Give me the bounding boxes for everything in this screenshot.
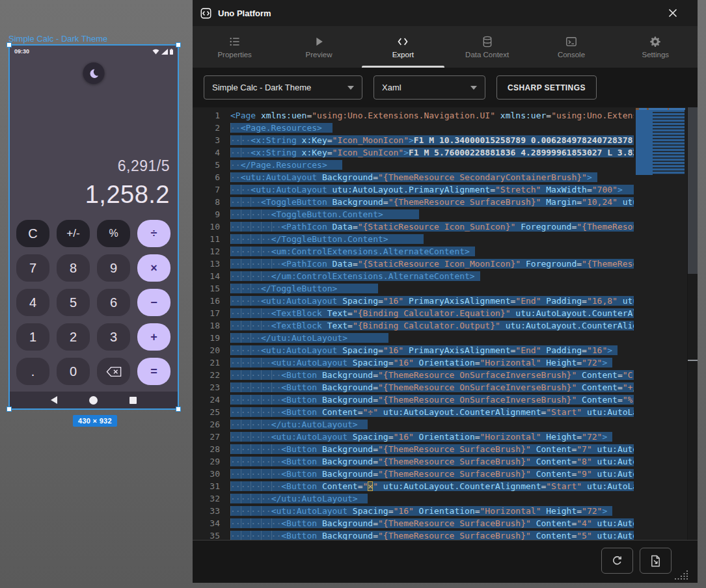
code-line[interactable]: 2··<Page.Resources> (193, 122, 634, 134)
csharp-settings-button[interactable]: CSHARP SETTINGS (496, 75, 597, 100)
code-line[interactable]: 17········<TextBlock Text="{Binding Calc… (193, 307, 634, 319)
tab-preview[interactable]: Preview (277, 26, 360, 68)
tab-export[interactable]: Export (361, 26, 445, 68)
code-line[interactable]: 1<Page xmlns:uen="using:Uno.Extensions.N… (193, 109, 634, 122)
tab-data-context[interactable]: Data Context (445, 26, 529, 68)
file-export-icon (649, 555, 662, 567)
minimap[interactable] (634, 107, 687, 540)
export-file-button[interactable] (640, 548, 672, 574)
calc-key-C[interactable]: C (16, 220, 49, 247)
refresh-button[interactable] (601, 548, 633, 574)
code-line[interactable]: 8······<ToggleButton Background="{ThemeR… (193, 196, 634, 208)
code-line[interactable]: 3····<x:String x:Key="Icon_MoonIcon">F1 … (193, 134, 634, 146)
code-line[interactable]: 12········<um:ControlExtensions.Alternat… (193, 245, 634, 258)
calc-key-backspace[interactable] (97, 358, 130, 385)
code-line[interactable]: 32········</utu:AutoLayout> (193, 492, 634, 505)
line-number: 35 (193, 529, 220, 540)
code-line[interactable]: 19······</utu:AutoLayout> (193, 332, 634, 344)
code-line[interactable]: 4····<x:String x:Key="Icon_SunIcon">F1 M… (193, 146, 634, 159)
window-resize-grip[interactable] (674, 570, 688, 581)
status-bar: 09:30 (10, 46, 178, 57)
code-line[interactable]: 7····<utu:AutoLayout utu:AutoLayout.Prim… (193, 183, 634, 196)
calc-key-+[interactable]: + (137, 323, 170, 351)
calc-key-8[interactable]: 8 (57, 254, 90, 282)
line-number: 2 (193, 122, 220, 134)
line-number: 1 (193, 109, 220, 122)
code-line[interactable]: 5··</Page.Resources> (193, 159, 634, 171)
line-number: 34 (193, 517, 220, 529)
code-line[interactable]: 16······<utu:AutoLayout Spacing="16" Pri… (193, 295, 634, 307)
calc-key-%[interactable]: % (97, 220, 130, 247)
format-select[interactable]: Xaml (373, 75, 485, 100)
line-number: 4 (193, 146, 220, 159)
calc-key-.[interactable]: . (16, 358, 49, 385)
format-select-value: Xaml (382, 83, 401, 92)
selection-handle-bottom-left[interactable] (7, 407, 12, 412)
calc-key-4[interactable]: 4 (16, 289, 49, 316)
line-number: 25 (193, 406, 220, 418)
line-number: 29 (193, 455, 220, 468)
calc-key-1[interactable]: 1 (16, 323, 49, 351)
code-line[interactable]: 31··········<Button Content="×" utu:Auto… (193, 480, 634, 492)
selection-handle-top-right[interactable] (176, 42, 181, 47)
code-line[interactable]: 18········<TextBlock Text="{Binding Calc… (193, 319, 634, 332)
calc-key-5[interactable]: 5 (57, 289, 90, 316)
status-icons (152, 49, 173, 55)
code-line[interactable]: 30··········<Button Background="{ThemeRe… (193, 468, 634, 480)
nav-home-icon[interactable] (89, 396, 98, 405)
line-number: 22 (193, 369, 220, 381)
export-icon (397, 36, 409, 47)
code-line[interactable]: 6··<utu:AutoLayout Background="{ThemeRes… (193, 171, 634, 183)
code-line[interactable]: 28··········<Button Background="{ThemeRe… (193, 443, 634, 455)
code-line[interactable]: 27········<utu:AutoLayout Spacing="16" O… (193, 431, 634, 443)
project-select[interactable]: Simple Calc - Dark Theme (204, 75, 362, 100)
code-line[interactable]: 25··········<Button Content="÷" utu:Auto… (193, 406, 634, 418)
tab-console[interactable]: Console (529, 26, 613, 68)
close-icon[interactable] (668, 8, 678, 18)
tab-settings[interactable]: Settings (614, 26, 698, 68)
nav-recents-icon[interactable] (129, 397, 137, 404)
code-line[interactable]: 15······</ToggleButton> (193, 282, 634, 295)
code-line[interactable]: 21········<utu:AutoLayout Spacing="16" O… (193, 356, 634, 369)
selection-handle-bottom-right[interactable] (176, 407, 181, 412)
code-line[interactable]: 23··········<Button Background="{ThemeRe… (193, 381, 634, 394)
window-footer (193, 540, 698, 583)
code-editor[interactable]: 1<Page xmlns:uen="using:Uno.Extensions.N… (193, 107, 698, 540)
calc-key-÷[interactable]: ÷ (137, 220, 170, 247)
calc-key-=[interactable]: = (137, 358, 170, 385)
scrollbar-thumb[interactable] (688, 107, 698, 274)
line-number: 18 (193, 319, 220, 332)
code-line[interactable]: 11········</ToggleButton.Content> (193, 233, 634, 245)
selection-handle-top-left[interactable] (7, 42, 12, 47)
code-line[interactable]: 33········<utu:AutoLayout Spacing="16" O… (193, 505, 634, 517)
tab-properties[interactable]: Properties (193, 26, 277, 68)
code-line[interactable]: 22··········<Button Background="{ThemeRe… (193, 369, 634, 381)
calc-key-3[interactable]: 3 (97, 323, 130, 351)
phone-frame[interactable]: 09:30 6,291/5 1,258.2 C+/-%÷789×456−123+… (8, 44, 179, 410)
code-line[interactable]: 20······<utu:AutoLayout Spacing="16" Pri… (193, 344, 634, 356)
calc-key-9[interactable]: 9 (97, 254, 130, 282)
code-line[interactable]: 10··········<PathIcon Data="{StaticResou… (193, 220, 634, 233)
line-number: 15 (193, 282, 220, 295)
code-line[interactable]: 34··········<Button Background="{ThemeRe… (193, 517, 634, 529)
code-line[interactable]: 29··········<Button Background="{ThemeRe… (193, 455, 634, 468)
code-line[interactable]: 35··········<Button Background="{ThemeRe… (193, 529, 634, 540)
editor-scrollbar[interactable] (687, 107, 698, 540)
calc-key-7[interactable]: 7 (16, 254, 49, 282)
nav-back-icon[interactable] (51, 396, 57, 404)
calc-key-0[interactable]: 0 (57, 358, 90, 385)
calc-key-6[interactable]: 6 (97, 289, 130, 316)
line-number: 14 (193, 270, 220, 282)
calc-key-−[interactable]: − (137, 289, 170, 316)
code-line[interactable]: 13··········<PathIcon Data="{StaticResou… (193, 258, 634, 270)
code-line[interactable]: 9········<ToggleButton.Content> (193, 208, 634, 220)
code-line[interactable]: 26········</utu:AutoLayout> (193, 418, 634, 431)
theme-toggle-button[interactable] (83, 62, 105, 84)
line-number: 6 (193, 171, 220, 183)
code-line[interactable]: 14········</um:ControlExtensions.Alterna… (193, 270, 634, 282)
calc-key-+/-[interactable]: +/- (57, 220, 90, 247)
calc-key-2[interactable]: 2 (57, 323, 90, 351)
calc-key-×[interactable]: × (137, 254, 170, 282)
code-line[interactable]: 24··········<Button Background="{ThemeRe… (193, 394, 634, 406)
device-label[interactable]: Simple Calc - Dark Theme (8, 34, 107, 44)
